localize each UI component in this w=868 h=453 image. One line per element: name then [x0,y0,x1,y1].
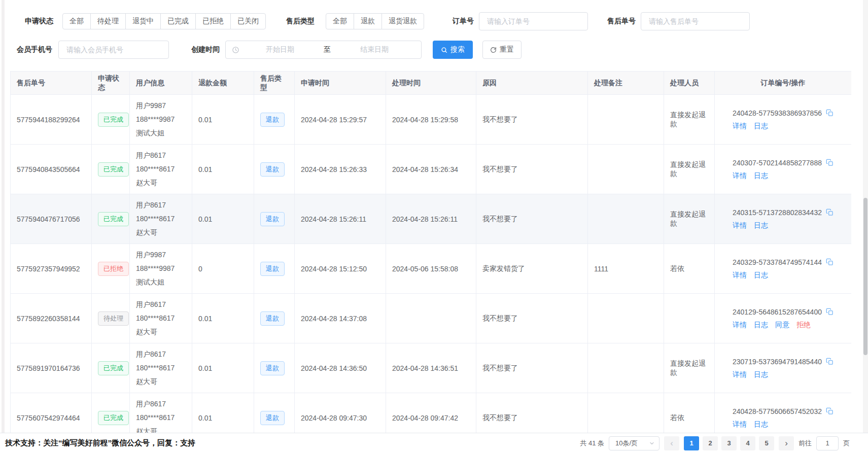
status-option-pending[interactable]: 待处理 [90,13,126,29]
detail-link[interactable]: 详情 [733,122,747,130]
table-row: 5775940843505664已完成用户8617180****8617赵大哥0… [11,145,852,194]
reason-cell: 卖家发错货了 [476,244,588,294]
handle-time-cell: 2024-04-28 09:47:42 [386,393,476,433]
end-date-placeholder[interactable]: 结束日期 [334,45,415,54]
log-link[interactable]: 日志 [754,321,768,329]
reset-button[interactable]: 重置 [482,41,522,59]
reason-cell: 我不想要了 [476,145,588,194]
filter-row-1: 申请状态 全部 待处理 退货中 已完成 已拒绝 已关闭 售后类型 全部 退款 退… [25,13,750,29]
copy-icon[interactable] [826,258,834,266]
create-time-label: 创建时间 [191,45,220,54]
type-option-refund[interactable]: 退款 [354,13,382,29]
copy-icon[interactable] [826,159,834,166]
order-no: 240307-5702144858277888 [733,157,822,169]
reason-cell: 我不想要了 [476,294,588,343]
apply-time-cell: 2024-04-28 15:26:33 [295,145,386,194]
apply-time-cell: 2024-04-28 15:12:50 [295,244,386,294]
user-info-cell: 用户9987188****9987测试大姐 [130,95,192,145]
copy-icon[interactable] [826,308,834,316]
col-handle-time: 处理时间 [386,72,476,95]
order-no: 230719-5373694791485440 [733,356,822,368]
order-op-cell: 240428-5775606657452032详情日志 [715,393,852,433]
prev-page-button[interactable]: ‹ [664,436,679,450]
status-badge: 已完成 [98,411,129,425]
status-option-closed[interactable]: 已关闭 [230,13,266,29]
copy-icon[interactable] [826,208,834,216]
page-button-2[interactable]: 2 [703,436,718,450]
copy-icon[interactable] [826,358,834,365]
handler-cell: 若依 [664,393,715,433]
detail-link[interactable]: 详情 [733,321,747,329]
type-cell: 退款 [254,294,295,343]
table-row: 5775927357949952已拒绝用户9987188****9987测试大姐… [11,244,852,294]
search-button-label: 搜索 [450,45,465,54]
page-size-select[interactable]: 10条/页 [609,436,659,450]
type-option-all[interactable]: 全部 [326,13,354,29]
status-option-rejected[interactable]: 已拒绝 [195,13,231,29]
handle-time-cell: 2024-05-06 15:58:08 [386,244,476,294]
log-link[interactable]: 日志 [754,271,768,279]
remark-cell [588,145,664,194]
user-info-cell: 用户8617180****8617赵大哥 [130,343,192,393]
col-type: 售后类型 [254,72,295,95]
status-badge: 已完成 [98,361,129,375]
status-option-completed[interactable]: 已完成 [160,13,196,29]
date-range-picker[interactable]: 开始日期 至 结束日期 [225,41,422,59]
apply-time-cell: 2024-04-28 15:26:11 [295,194,386,244]
refund-amount-cell: 0.01 [192,194,254,244]
handler-cell: 直接发起退款 [664,95,715,145]
approve-link[interactable]: 同意 [775,321,789,329]
status-option-returning[interactable]: 退货中 [125,13,161,29]
status-cell: 已拒绝 [92,244,130,294]
log-link[interactable]: 日志 [754,122,768,130]
reject-link[interactable]: 拒绝 [796,321,811,329]
copy-icon[interactable] [826,109,834,117]
handle-time-cell [386,294,476,343]
order-op-cell: 230719-5373694791485440详情日志 [715,343,852,393]
handler-cell: 直接发起退款 [664,343,715,393]
copy-icon[interactable] [826,407,834,415]
scrollbar-thumb[interactable] [863,198,867,355]
chevron-down-icon [649,440,655,446]
detail-link[interactable]: 详情 [733,221,747,229]
order-no-input[interactable] [479,12,588,30]
page-button-1[interactable]: 1 [684,436,699,450]
user-info-cell: 用户9987188****9987测试大姐 [130,244,192,294]
log-link[interactable]: 日志 [754,171,768,180]
page-scrollbar[interactable] [863,0,868,453]
refund-amount-cell: 0.01 [192,294,254,343]
detail-link[interactable]: 详情 [733,420,747,428]
refund-amount-cell: 0 [192,244,254,294]
log-link[interactable]: 日志 [754,370,768,378]
remark-cell [588,95,664,145]
service-no-input[interactable] [641,12,750,30]
type-badge: 退款 [260,262,285,276]
service-no-label: 售后单号 [607,17,636,26]
order-no-label: 订单号 [453,17,474,26]
detail-link[interactable]: 详情 [733,171,747,180]
user-info-cell: 用户8617180****8617赵大哥 [130,194,192,244]
page-button-4[interactable]: 4 [740,436,755,450]
refund-amount-cell: 0.01 [192,343,254,393]
log-link[interactable]: 日志 [754,221,768,229]
phone-input[interactable] [58,41,169,59]
service-no-cell: 5775940476717056 [11,194,92,244]
goto-page-input[interactable] [816,436,839,450]
status-badge: 已完成 [98,212,129,226]
start-date-placeholder[interactable]: 开始日期 [239,45,321,54]
filter-row-2: 会员手机号 创建时间 开始日期 至 结束日期 搜索 重置 [17,41,522,59]
status-option-all[interactable]: 全部 [62,13,91,29]
service-no-cell: 5775927357949952 [11,244,92,294]
search-button[interactable]: 搜索 [433,41,473,59]
order-no: 240315-5713728802834432 [733,206,822,219]
page-button-3[interactable]: 3 [721,436,737,450]
detail-link[interactable]: 详情 [733,271,747,279]
type-option-return-refund[interactable]: 退货退款 [381,13,424,29]
page-button-5[interactable]: 5 [759,436,774,450]
handle-time-cell: 2024-04-28 15:26:34 [386,145,476,194]
order-op-cell: 240428-5775938386937856详情日志 [715,95,852,145]
next-page-button[interactable]: › [779,436,794,450]
type-filter-group: 全部 退款 退货退款 [326,13,424,29]
detail-link[interactable]: 详情 [733,370,747,378]
log-link[interactable]: 日志 [754,420,768,428]
